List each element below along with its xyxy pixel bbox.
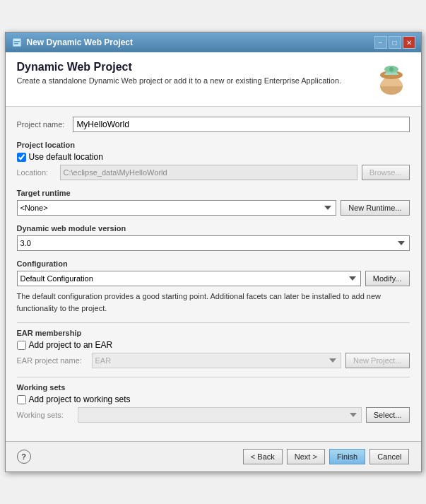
ear-project-name-row: EAR project name: EAR New Project... [17,353,410,368]
new-runtime-button[interactable]: New Runtime... [341,200,409,216]
use-default-location-checkbox[interactable] [17,153,26,162]
ear-project-name-label: EAR project name: [17,356,88,365]
add-to-working-sets-row: Add project to working sets [17,394,410,404]
add-to-ear-checkbox[interactable] [17,341,26,350]
ear-project-name-select: EAR [92,353,342,368]
working-sets-select [78,407,362,423]
title-bar-controls: − □ ✕ [374,36,415,49]
working-sets-group: Working sets Add project to working sets… [17,383,410,423]
use-default-location-checkbox-label: Use default location [29,152,103,162]
project-location-label: Project location [17,141,410,149]
close-button[interactable]: ✕ [403,36,415,49]
title-bar-text: New Dynamic Web Project [27,37,134,47]
header-text: Dynamic Web Project Create a standalone … [17,61,365,85]
header-description: Create a standalone Dynamic Web project … [17,76,365,85]
modify-button[interactable]: Modify... [365,271,410,286]
next-button[interactable]: Next > [287,449,325,464]
web-module-version-group: Dynamic web module version 3.0 [17,224,410,251]
svg-point-6 [389,67,394,71]
configuration-row: Default Configuration Modify... [17,271,410,286]
minimize-button[interactable]: − [374,36,387,49]
target-runtime-group: Target runtime <None> New Runtime... [17,189,410,216]
svg-rect-2 [14,43,18,45]
add-to-ear-checkbox-label: Add project to an EAR [29,340,113,350]
add-to-working-sets-checkbox-label: Add project to working sets [29,394,131,404]
header-icon [373,61,410,98]
finish-button[interactable]: Finish [329,449,365,464]
divider-1 [17,322,410,323]
cancel-button[interactable]: Cancel [369,449,409,464]
project-name-input[interactable] [73,117,409,132]
use-default-location-row: Use default location [17,152,410,162]
svg-rect-1 [14,41,20,42]
content-area: Project name: Project location Use defau… [6,107,421,441]
select-button[interactable]: Select... [366,407,410,423]
web-module-version-select[interactable]: 3.0 [17,235,410,251]
divider-2 [17,377,410,377]
add-to-working-sets-checkbox[interactable] [17,395,26,404]
working-sets-row: Working sets: Select... [17,407,410,423]
project-name-label: Project name: [17,120,65,129]
header-title: Dynamic Web Project [17,61,365,74]
title-bar-icon [11,37,23,48]
configuration-group: Configuration Default Configuration Modi… [17,259,410,314]
configuration-label: Configuration [17,259,410,268]
location-row: Location: Browse... [17,165,410,180]
working-sets-label: Working sets [17,383,410,392]
location-input [60,165,357,180]
target-runtime-label: Target runtime [17,189,410,197]
ear-membership-label: EAR membership [17,329,410,337]
title-bar: New Dynamic Web Project − □ ✕ [6,33,421,52]
web-module-version-label: Dynamic web module version [17,224,410,233]
svg-rect-0 [13,38,21,47]
dialog-window: New Dynamic Web Project − □ ✕ Dynamic We… [5,32,422,472]
configuration-description: The default configuration provides a goo… [17,291,410,314]
configuration-select[interactable]: Default Configuration [17,271,361,286]
project-location-group: Project location Use default location Lo… [17,141,410,180]
location-label: Location: [17,168,56,177]
project-name-group: Project name: [17,117,410,132]
maximize-button[interactable]: □ [389,36,401,49]
target-runtime-row: <None> New Runtime... [17,200,410,216]
target-runtime-select[interactable]: <None> [17,200,337,216]
new-project-button: New Project... [345,353,409,368]
back-button[interactable]: < Back [243,449,283,464]
footer: ? < Back Next > Finish Cancel [6,441,421,471]
ear-membership-group: EAR membership Add project to an EAR EAR… [17,329,410,368]
header-section: Dynamic Web Project Create a standalone … [6,52,421,107]
add-to-ear-row: Add project to an EAR [17,340,410,350]
help-button[interactable]: ? [17,450,31,464]
browse-button: Browse... [362,165,410,180]
footer-buttons: < Back Next > Finish Cancel [243,449,410,464]
working-sets-input-label: Working sets: [17,411,73,419]
